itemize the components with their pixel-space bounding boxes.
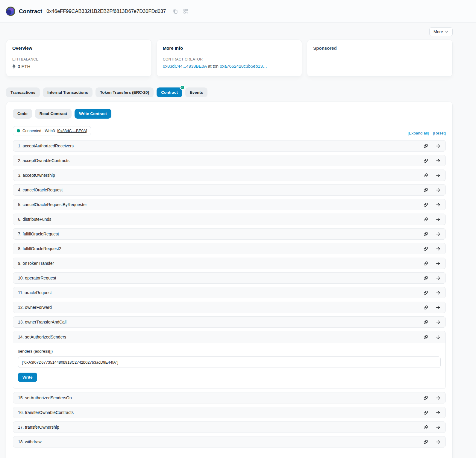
write-functions-list: 1. acceptAuthorizedReceivers 2. acceptOw… (13, 140, 446, 448)
expand-arrow-icon[interactable] (436, 232, 441, 237)
function-name: 2. acceptOwnableContracts (18, 158, 69, 163)
permalink-icon[interactable] (423, 246, 428, 251)
param-input-senders[interactable] (18, 356, 441, 368)
function-name: 6. distributeFunds (18, 217, 51, 222)
write-button[interactable]: Write (18, 373, 37, 382)
permalink-icon[interactable] (423, 410, 428, 415)
tab-contract[interactable]: Contract (157, 87, 182, 97)
function-row-fulfillOracleRequest[interactable]: 7. fulfillOracleRequest (13, 228, 446, 240)
subtab-code[interactable]: Code (13, 109, 32, 119)
permalink-icon[interactable] (423, 217, 428, 222)
wallet-connection-status: Connected - Web3 [0x83dC....BE0A] (13, 126, 91, 135)
expand-arrow-icon[interactable] (436, 276, 441, 281)
tab-token-transfers[interactable]: Token Transfers (ERC-20) (95, 87, 154, 97)
sponsored-card-title: Sponsored (313, 46, 446, 51)
function-form-setAuthorizedSenders: senders (address[]) Write (13, 343, 445, 389)
expand-arrow-icon[interactable] (436, 261, 441, 266)
permalink-icon[interactable] (423, 276, 428, 281)
contract-identicon-avatar (6, 7, 15, 16)
function-row-oracleRequest[interactable]: 11. oracleRequest (13, 287, 446, 298)
expand-arrow-icon[interactable] (436, 188, 441, 193)
function-row-ownerForward[interactable]: 12. ownerForward (13, 302, 446, 313)
tab-transactions[interactable]: Transactions (6, 87, 40, 97)
permalink-icon[interactable] (423, 320, 428, 325)
expand-arrow-icon[interactable] (436, 246, 441, 251)
tab-contract-label: Contract (161, 90, 178, 95)
expand-arrow-icon[interactable] (436, 305, 441, 310)
expand-arrow-icon[interactable] (436, 217, 441, 222)
expand-arrow-icon[interactable] (436, 395, 441, 400)
contract-address: 0x46eFF99CAB332f1B2EB2Ff6813D67e7D30FDd0… (46, 8, 166, 14)
verified-check-icon (180, 85, 185, 90)
expand-arrow-icon[interactable] (436, 410, 441, 415)
function-name: 14. setAuthorizedSenders (18, 335, 66, 339)
function-row-distributeFunds[interactable]: 6. distributeFunds (13, 214, 446, 225)
function-row-transferOwnership[interactable]: 17. transferOwnership (13, 421, 446, 433)
permalink-icon[interactable] (423, 158, 428, 163)
expand-arrow-icon[interactable] (436, 425, 441, 430)
contract-creator-label: CONTRACT CREATOR (163, 57, 296, 61)
function-row-ownerTransferAndCall[interactable]: 13. ownerTransferAndCall (13, 316, 446, 328)
function-row-fulfillOracleRequest2[interactable]: 8. fulfillOracleRequest2 (13, 243, 446, 254)
connected-wallet-address-link[interactable]: [0x83dC....BE0A] (57, 129, 87, 133)
permalink-icon[interactable] (423, 439, 428, 445)
function-name: 10. operatorRequest (18, 276, 56, 280)
permalink-icon[interactable] (423, 232, 428, 237)
connection-status-text: Connected - Web3 (22, 129, 55, 133)
overview-card: Overview ETH BALANCE 0 ETH (6, 40, 152, 77)
function-row-transferOwnableContracts[interactable]: 16. transferOwnableContracts (13, 407, 446, 418)
collapse-arrow-icon[interactable] (436, 335, 441, 340)
subtab-write-contract[interactable]: Write Contract (75, 109, 111, 119)
permalink-icon[interactable] (423, 305, 428, 310)
permalink-icon[interactable] (423, 335, 428, 340)
function-row-withdraw[interactable]: 18. withdraw (13, 436, 446, 448)
expand-arrow-icon[interactable] (436, 173, 441, 178)
function-row-acceptAuthorizedReceivers[interactable]: 1. acceptAuthorizedReceivers (13, 140, 446, 152)
function-name: 8. fulfillOracleRequest2 (18, 246, 61, 251)
permalink-icon[interactable] (423, 425, 428, 430)
function-row-setAuthorizedSendersOn[interactable]: 15. setAuthorizedSendersOn (13, 392, 446, 403)
permalink-icon[interactable] (423, 202, 428, 207)
qr-grid-icon[interactable] (183, 8, 189, 14)
expand-arrow-icon[interactable] (436, 158, 441, 163)
expand-all-link[interactable]: [Expand all] (408, 131, 429, 135)
tab-internal-transactions[interactable]: Internal Transactions (43, 87, 93, 97)
more-button[interactable]: More (429, 27, 453, 36)
overview-card-title: Overview (12, 46, 145, 51)
function-row-acceptOwnership[interactable]: 3. acceptOwnership (13, 170, 446, 181)
copy-icon[interactable] (172, 8, 178, 14)
permalink-icon[interactable] (423, 290, 428, 295)
ethereum-icon (12, 64, 16, 69)
function-row-setAuthorizedSenders[interactable]: 14. setAuthorizedSenders (13, 331, 445, 343)
permalink-icon[interactable] (423, 395, 428, 400)
permalink-icon[interactable] (423, 261, 428, 266)
creation-txn-link[interactable]: 0xa7662428c3b5eb13… (220, 64, 267, 69)
function-name: 16. transferOwnableContracts (18, 410, 74, 415)
expand-arrow-icon[interactable] (436, 320, 441, 325)
contract-panel: Code Read Contract Write Contract Connec… (6, 102, 453, 458)
permalink-icon[interactable] (423, 188, 428, 193)
function-row-operatorRequest[interactable]: 10. operatorRequest (13, 272, 446, 284)
function-row-acceptOwnableContracts[interactable]: 2. acceptOwnableContracts (13, 155, 446, 166)
expand-arrow-icon[interactable] (436, 439, 441, 445)
param-label-senders: senders (address[]) (18, 349, 441, 353)
expand-arrow-icon[interactable] (436, 290, 441, 295)
function-row-cancelOracleRequestByRequester[interactable]: 5. cancelOracleRequestByRequester (13, 199, 446, 210)
connected-status-dot-icon (17, 129, 20, 132)
function-name: 17. transferOwnership (18, 425, 59, 430)
expand-arrow-icon[interactable] (436, 202, 441, 207)
permalink-icon[interactable] (423, 173, 428, 178)
reset-link[interactable]: [Reset] (433, 131, 446, 135)
subtab-read-contract[interactable]: Read Contract (35, 109, 72, 119)
permalink-icon[interactable] (423, 143, 428, 149)
function-row-cancelOracleRequest[interactable]: 4. cancelOracleRequest (13, 184, 446, 196)
expand-arrow-icon[interactable] (436, 143, 441, 149)
function-name: 13. ownerTransferAndCall (18, 320, 66, 324)
function-row-onTokenTransfer[interactable]: 9. onTokenTransfer (13, 258, 446, 269)
page-title: Contract (19, 8, 42, 15)
function-name: 12. ownerForward (18, 305, 52, 310)
creator-address-link[interactable]: 0x83dC44...4933BE0A (163, 64, 207, 69)
function-name: 5. cancelOracleRequestByRequester (18, 202, 87, 207)
tab-events[interactable]: Events (185, 87, 207, 97)
chevron-down-icon (445, 30, 448, 34)
